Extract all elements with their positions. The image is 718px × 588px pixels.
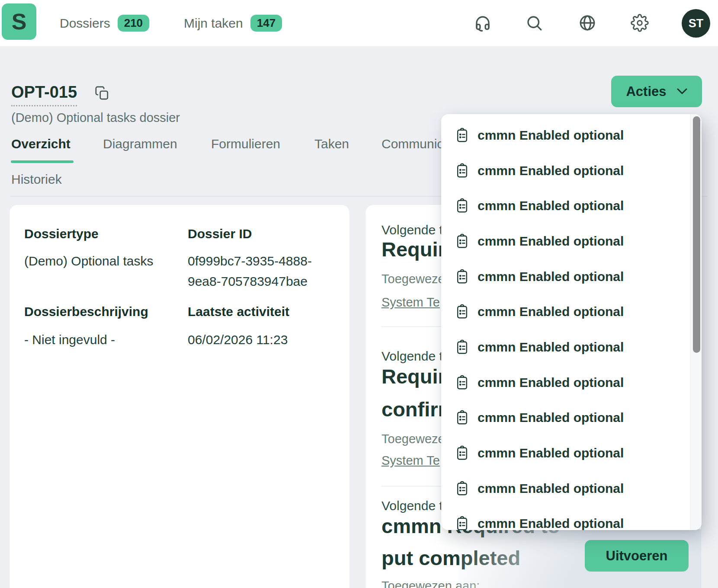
dropdown-menu-item[interactable]: cmmn Enabled optional [441,400,690,436]
execute-button-label: Uitvoeren [606,548,668,564]
brand-logo[interactable]: S [2,3,36,40]
clipboard-list-icon [455,304,469,320]
dropdown-menu-item[interactable]: cmmn Enabled optional [441,259,690,294]
tab-taken[interactable]: Taken [314,137,349,151]
dropdown-menu-item-label: cmmn Enabled optional [478,481,624,496]
active-tab-underline [11,160,74,163]
dropdown-menu-item[interactable]: cmmn Enabled optional [441,294,690,329]
actions-button[interactable]: Acties [611,76,702,107]
dropdown-menu-item[interactable]: cmmn Enabled optional [441,118,690,153]
assigned-label: Toegeweze [381,432,445,446]
field-label: Dossier ID [188,227,252,241]
actions-dropdown-list: cmmn Enabled optional cmmn Enabled optio… [441,114,690,530]
top-navbar: S Dossiers 210 Mijn taken 147 [0,0,718,46]
dropdown-menu-item-label: cmmn Enabled optional [478,375,624,390]
clipboard-list-icon [455,233,469,249]
dropdown-menu-item[interactable]: cmmn Enabled optional [441,471,690,506]
dropdown-menu-item-label: cmmn Enabled optional [478,269,624,284]
field-label: Dossiertype [24,227,99,241]
avatar[interactable]: ST [682,9,710,38]
mijn-taken-count-badge: 147 [250,15,282,32]
dropdown-menu-item-label: cmmn Enabled optional [478,340,624,355]
dropdown-menu-item-label: cmmn Enabled optional [478,446,624,460]
clipboard-list-icon [455,128,469,143]
tab-diagrammen[interactable]: Diagrammen [103,137,177,151]
copy-icon[interactable] [95,86,110,101]
dropdown-menu-item[interactable]: cmmn Enabled optional [441,329,690,365]
gear-icon[interactable] [629,13,650,33]
field-value: 06/02/2026 11:23 [188,329,338,350]
clipboard-list-icon [455,163,469,179]
clipboard-list-icon [455,445,469,461]
nav-item-dossiers[interactable]: Dossiers 210 [60,0,149,46]
chevron-down-icon [677,88,687,95]
dropdown-menu-item-label: cmmn Enabled optional [478,234,624,249]
dropdown-menu-item[interactable]: cmmn Enabled optional [441,153,690,189]
field-value: - Niet ingevuld - [24,329,175,350]
brand-logo-letter: S [12,9,27,35]
field-label: Laatste activiteit [188,304,289,319]
dossier-info-card: Dossiertype (Demo) Optional tasks Dossie… [10,205,349,588]
actions-dropdown: cmmn Enabled optional cmmn Enabled optio… [441,114,702,530]
clipboard-list-icon [455,375,469,390]
assignee-link[interactable]: System Te [381,454,440,468]
dropdown-menu-item-label: cmmn Enabled optional [478,516,624,530]
dropdown-menu-item[interactable]: cmmn Enabled optional [441,506,690,530]
dossiers-count-badge: 210 [118,15,149,32]
clipboard-list-icon [455,516,469,530]
dropdown-scrollbar-thumb[interactable] [693,116,700,353]
clipboard-list-icon [455,339,469,355]
clipboard-list-icon [455,481,469,496]
dropdown-menu-item[interactable]: cmmn Enabled optional [441,435,690,471]
globe-icon[interactable] [577,13,598,33]
page: S Dossiers 210 Mijn taken 147 [0,0,718,588]
avatar-initials: ST [689,17,704,30]
execute-button[interactable]: Uitvoeren [585,540,689,572]
clipboard-list-icon [455,198,469,214]
clipboard-list-icon [455,410,469,425]
search-icon[interactable] [524,13,545,33]
nav-item-mijn-taken-label: Mijn taken [184,16,243,31]
dropdown-menu-item[interactable]: cmmn Enabled optional [441,365,690,400]
tab-historiek[interactable]: Historiek [11,172,62,187]
assigned-label: Toegeweze [381,272,445,286]
tab-overzicht[interactable]: Overzicht [11,137,71,151]
actions-button-label: Acties [626,84,666,99]
dropdown-menu-item[interactable]: cmmn Enabled optional [441,188,690,224]
field-value: 0f999bc7-3935-4888-9ea8-705783947bae [188,251,338,291]
dropdown-menu-item-label: cmmn Enabled optional [478,198,624,213]
tab-formulieren[interactable]: Formulieren [211,137,280,151]
page-subtitle: (Demo) Optional tasks dossier [11,111,180,125]
dropdown-menu-item-label: cmmn Enabled optional [478,304,624,319]
dropdown-menu-item[interactable]: cmmn Enabled optional [441,224,690,259]
dropdown-menu-item-label: cmmn Enabled optional [478,410,624,425]
page-title: OPT-015 [11,83,77,106]
nav-item-dossiers-label: Dossiers [60,16,110,31]
dropdown-menu-item-label: cmmn Enabled optional [478,128,624,143]
field-label: Dossierbeschrijving [24,304,148,319]
assignee-link[interactable]: System Te [381,295,440,310]
nav-item-mijn-taken[interactable]: Mijn taken 147 [184,0,282,46]
headset-icon[interactable] [472,13,493,33]
field-value: (Demo) Optional tasks [24,251,175,271]
dropdown-menu-item-label: cmmn Enabled optional [478,163,624,178]
clipboard-list-icon [455,269,469,284]
